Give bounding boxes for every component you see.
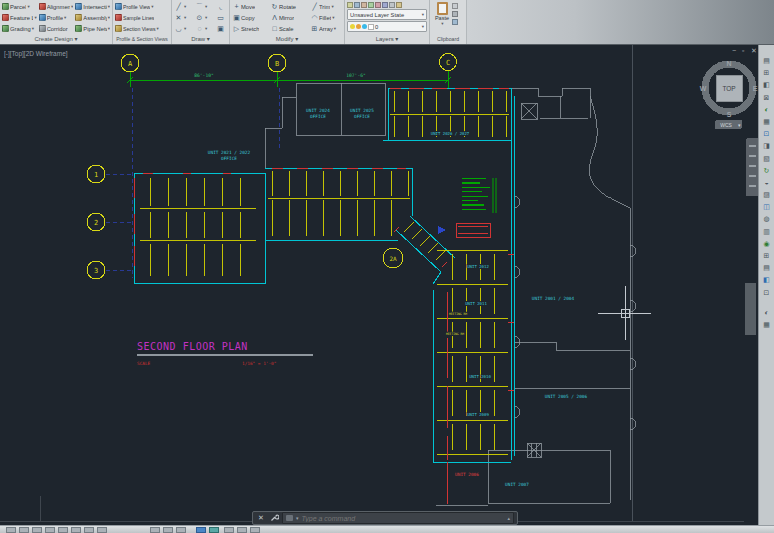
feature-line-button[interactable]: Feature Line▾ bbox=[2, 12, 37, 23]
tool-select-icon[interactable]: ▤ bbox=[761, 55, 773, 66]
cut-icon[interactable] bbox=[452, 3, 458, 9]
array-button[interactable]: ⊞Array▾ bbox=[310, 23, 345, 34]
grid-toggle[interactable] bbox=[32, 527, 42, 533]
command-close-icon[interactable]: ✕ bbox=[256, 513, 266, 523]
command-settings-icon[interactable] bbox=[269, 513, 279, 523]
lock-ui-toggle[interactable] bbox=[250, 527, 260, 533]
ducs-toggle[interactable] bbox=[97, 527, 107, 533]
layer-match-icon[interactable] bbox=[382, 2, 388, 8]
dyn-toggle[interactable] bbox=[150, 527, 160, 533]
pipe-network-button[interactable]: Pipe Network▾ bbox=[75, 23, 110, 34]
viewcube-north[interactable]: N bbox=[726, 60, 731, 67]
circle-button[interactable]: ⊙▾ bbox=[195, 12, 214, 23]
command-input-field[interactable]: ▾ ▴ bbox=[282, 512, 514, 524]
copy-clip-icon[interactable] bbox=[452, 11, 458, 17]
polar-toggle[interactable] bbox=[58, 527, 68, 533]
arc-button[interactable]: ⌒▾ bbox=[195, 1, 214, 12]
panel-label-layers[interactable]: Layers ▾ bbox=[345, 35, 429, 44]
tool-polyline-icon[interactable]: ⊞ bbox=[761, 67, 773, 78]
panel-label-clipboard[interactable]: Clipboard bbox=[430, 35, 466, 44]
viewcube-south[interactable]: S bbox=[727, 111, 732, 118]
copy-button[interactable]: ▣Copy bbox=[232, 12, 268, 23]
grading-button[interactable]: Grading▾ bbox=[2, 23, 37, 34]
layer-off-icon[interactable] bbox=[354, 2, 360, 8]
layer-prev-icon[interactable] bbox=[389, 2, 395, 8]
polyline-button[interactable]: ◟ bbox=[216, 1, 230, 12]
tool-dim-icon[interactable]: ◒ bbox=[761, 177, 773, 188]
paste-button[interactable]: Paste ▾ bbox=[432, 1, 452, 26]
paste-special-icon[interactable] bbox=[452, 19, 458, 25]
quick-view-toggle[interactable] bbox=[209, 527, 219, 533]
viewport-label[interactable]: [-][Top][2D Wireframe] bbox=[4, 50, 68, 58]
tool-props-icon[interactable]: ◧ bbox=[761, 274, 773, 285]
command-input[interactable] bbox=[302, 514, 505, 523]
section-views-button[interactable]: Section Views▾ bbox=[115, 23, 169, 34]
tool-pan-icon[interactable]: ▥ bbox=[761, 226, 773, 237]
layer-properties-icon[interactable] bbox=[347, 2, 353, 8]
layer-walk-icon[interactable] bbox=[396, 2, 402, 8]
tool-snap-icon[interactable]: ⊞ bbox=[761, 250, 773, 261]
tool-extra1-icon[interactable]: ◐ bbox=[761, 307, 773, 318]
snap-toggle[interactable] bbox=[19, 527, 29, 533]
panel-label-modify[interactable]: Modify ▾ bbox=[230, 35, 344, 44]
fillet-button[interactable]: ◠Fillet▾ bbox=[310, 12, 345, 23]
tool-grid-icon[interactable]: ▤ bbox=[761, 262, 773, 273]
mirror-button[interactable]: ΛMirror bbox=[270, 12, 308, 23]
scrollbar-thumb[interactable] bbox=[745, 283, 756, 335]
intersections-button[interactable]: Intersections▾ bbox=[75, 1, 110, 12]
tool-view-icon[interactable]: ◫ bbox=[761, 201, 773, 212]
tool-orbit-icon[interactable]: ◉ bbox=[761, 238, 773, 249]
osnap-toggle[interactable] bbox=[71, 527, 81, 533]
sample-lines-button[interactable]: Sample Lines bbox=[115, 12, 169, 23]
layer-lock-icon[interactable] bbox=[375, 2, 381, 8]
ortho-toggle[interactable] bbox=[45, 527, 55, 533]
layer-isolate-icon[interactable] bbox=[361, 2, 367, 8]
viewcube-east[interactable]: E bbox=[753, 85, 758, 92]
stretch-button[interactable]: ▷Stretch bbox=[232, 23, 268, 34]
panel-label-profile-section[interactable]: Profile & Section Views bbox=[113, 35, 171, 44]
ellipse-arc-button[interactable]: ◡▾ bbox=[174, 23, 193, 34]
tool-block-icon[interactable]: ⊡ bbox=[761, 128, 773, 139]
region-button[interactable]: ▣ bbox=[216, 23, 230, 34]
minimize-icon[interactable]: − bbox=[732, 47, 736, 54]
layer-state-dropdown[interactable]: Unsaved Layer State▾ bbox=[347, 9, 427, 20]
tool-undo-icon[interactable]: ↻ bbox=[761, 165, 773, 176]
tool-table-icon[interactable]: ▨ bbox=[761, 189, 773, 200]
ellipse-button[interactable]: ◌▾ bbox=[195, 23, 214, 34]
hatch-button[interactable]: ✕▾ bbox=[174, 12, 193, 23]
viewcube-west[interactable]: W bbox=[700, 85, 707, 92]
line-button[interactable]: ╱▾ bbox=[174, 1, 193, 12]
tool-layer-icon[interactable]: ◐ bbox=[761, 104, 773, 115]
assembly-button[interactable]: Assembly▾ bbox=[75, 12, 110, 23]
annotation-scale-toggle[interactable] bbox=[224, 527, 234, 533]
tool-zoom-icon[interactable]: ◍ bbox=[761, 213, 773, 224]
tool-line-icon[interactable]: ◧ bbox=[761, 79, 773, 90]
transparency-toggle[interactable] bbox=[176, 527, 186, 533]
layer-dropdown[interactable]: 0 ▾ bbox=[347, 21, 427, 32]
restore-icon[interactable]: ▫ bbox=[742, 47, 744, 54]
profile-button[interactable]: Profile▾ bbox=[39, 12, 74, 23]
trim-button[interactable]: ╱Trim▾ bbox=[310, 1, 345, 12]
scale-button[interactable]: □Scale bbox=[270, 23, 308, 34]
tool-erase-icon[interactable]: ⊠ bbox=[761, 92, 773, 103]
viewcube-top-label[interactable]: TOP bbox=[722, 85, 735, 92]
rectangle-button[interactable]: ▭ bbox=[216, 12, 230, 23]
close-icon[interactable]: ✕ bbox=[751, 47, 757, 54]
otrack-toggle[interactable] bbox=[84, 527, 94, 533]
command-history-icon[interactable]: ▴ bbox=[507, 515, 510, 521]
model-space-toggle[interactable] bbox=[196, 527, 206, 533]
infer-constraints-toggle[interactable] bbox=[6, 527, 16, 533]
layer-freeze-icon[interactable] bbox=[368, 2, 374, 8]
rotate-button[interactable]: ↻Rotate bbox=[270, 1, 308, 12]
panel-label-create-design[interactable]: Create Design ▾ bbox=[0, 35, 112, 44]
wcs-label[interactable]: WCS bbox=[720, 122, 732, 128]
tool-hatch-icon[interactable]: ▦ bbox=[761, 116, 773, 127]
parcel-button[interactable]: Parcel▾ bbox=[2, 1, 37, 12]
tool-text-icon[interactable]: ▧ bbox=[761, 153, 773, 164]
alignment-button[interactable]: Alignment▾ bbox=[39, 1, 74, 12]
tool-extra2-icon[interactable]: ▦ bbox=[761, 319, 773, 330]
drawing-canvas[interactable]: [-][Top][2D Wireframe] − ▫ ✕ A B C 1 2 3… bbox=[0, 45, 774, 525]
panel-label-draw[interactable]: Draw ▾ bbox=[172, 35, 229, 44]
tool-match-icon[interactable]: ⊡ bbox=[761, 287, 773, 298]
tool-measure-icon[interactable]: ◨ bbox=[761, 140, 773, 151]
